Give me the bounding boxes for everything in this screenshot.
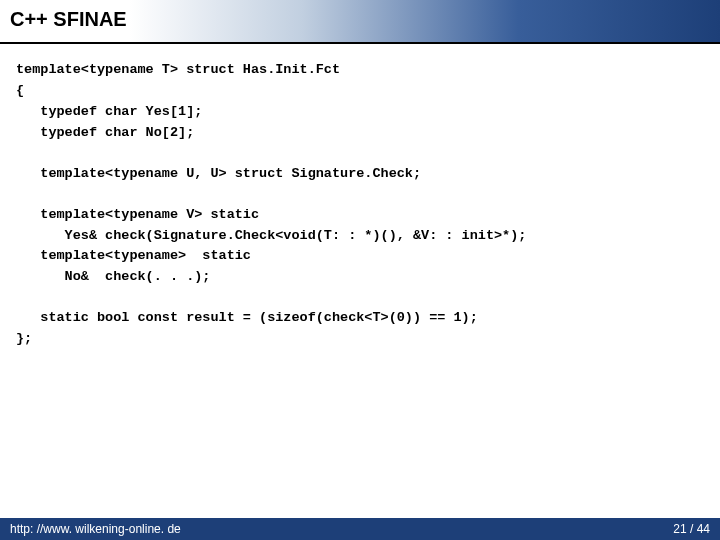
code-line: template<typename> static (16, 246, 704, 267)
code-blank (16, 185, 704, 205)
code-line: template<typename T> struct Has.Init.Fct (16, 60, 704, 81)
code-line: { (16, 81, 704, 102)
page-title: C++ SFINAE (10, 8, 127, 31)
code-blank (16, 144, 704, 164)
code-line: static bool const result = (sizeof(check… (16, 308, 704, 329)
code-line: typedef char Yes[1]; (16, 102, 704, 123)
footer-bar: http: //www. wilkening-online. de 21 / 4… (0, 518, 720, 540)
code-line: Yes& check(Signature.Check<void(T: : *)(… (16, 226, 704, 247)
code-block: template<typename T> struct Has.Init.Fct… (16, 60, 704, 350)
code-line: template<typename U, U> struct Signature… (16, 164, 704, 185)
code-line: typedef char No[2]; (16, 123, 704, 144)
title-underline (0, 42, 720, 44)
footer-url: http: //www. wilkening-online. de (10, 522, 181, 536)
header-band: C++ SFINAE (0, 0, 720, 42)
code-blank (16, 288, 704, 308)
footer-page: 21 / 44 (673, 522, 710, 536)
code-line: template<typename V> static (16, 205, 704, 226)
code-line: }; (16, 329, 704, 350)
code-line: No& check(. . .); (16, 267, 704, 288)
